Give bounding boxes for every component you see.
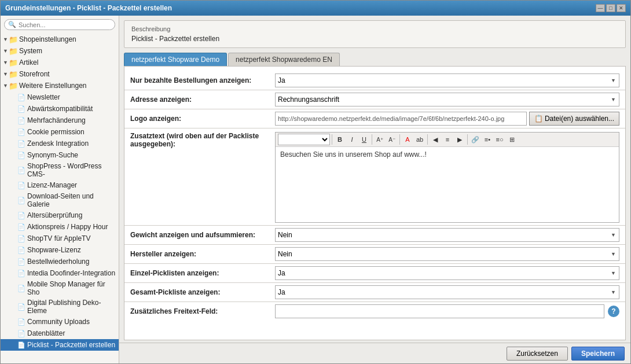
select-gesamt-pickliste[interactable]: Ja Nein xyxy=(275,285,619,299)
sidebar-item-label: Shopware-Lizenz xyxy=(27,246,81,254)
sidebar-item-shopeinstellungen[interactable]: ▼ 📁 Shopeinstellungen xyxy=(1,34,119,45)
expand-icon: ▼ xyxy=(3,83,9,89)
sidebar-item-label: Mehrfachänderung xyxy=(27,116,86,124)
sidebar-item-download-seiten[interactable]: 📄 Download-Seiten und Galerie xyxy=(1,191,119,209)
sidebar-item-artikel[interactable]: ▼ 📁 Artikel xyxy=(1,57,119,68)
reset-button[interactable]: Zurücksetzen xyxy=(507,347,568,361)
title-bar: Grundeinstellungen - Picklist - Packzett… xyxy=(1,1,630,16)
sidebar-item-shoppress[interactable]: 📄 ShopPress - WordPress CMS- xyxy=(1,161,119,179)
sidebar-item-label: Weitere Einstellungen xyxy=(19,82,87,90)
sidebar-item-label: Intedia Doofinder-Integration xyxy=(27,269,115,277)
sidebar-item-synonym[interactable]: 📄 Synonym-Suche xyxy=(1,149,119,161)
sidebar-item-system[interactable]: ▼ 📁 System xyxy=(1,45,119,57)
tab-shopware-demo[interactable]: netzperfekt Shopware Demo xyxy=(124,53,227,66)
select-nur-bezahlte[interactable]: Ja Nein xyxy=(275,73,619,87)
doc-icon: 📄 xyxy=(17,284,26,293)
sidebar-item-abwaerts[interactable]: 📄 Abwärtskompatibilität xyxy=(1,103,119,115)
sidebar-item-storefront[interactable]: ▼ 📁 Storefront xyxy=(1,68,119,80)
sidebar-item-aktionspreis[interactable]: 📄 Aktionspreis / Happy Hour xyxy=(1,221,119,233)
sidebar-item-intedia[interactable]: 📄 Intedia Doofinder-Integration xyxy=(1,267,119,279)
sidebar-item-datenblaetter[interactable]: 📄 Datenblätter xyxy=(1,328,119,339)
form-area: Nur bezahlte Bestellungen anzeigen: Ja N… xyxy=(124,66,626,340)
tab-shopware-demo-en[interactable]: netzperfekt Shopwaredemo EN xyxy=(228,53,340,66)
sidebar-item-shoptv[interactable]: 📄 ShopTV für AppleTV xyxy=(1,233,119,244)
rte-font-color-button[interactable]: A xyxy=(402,134,413,145)
rte-link-button[interactable]: 🔗 xyxy=(469,134,481,145)
file-btn-label: Datei(en) auswählen... xyxy=(545,115,614,123)
sidebar-item-newsletter[interactable]: 📄 Newsletter xyxy=(1,91,119,103)
field-gesamt-pickliste: Ja Nein xyxy=(275,285,619,299)
select-wrapper-gewicht[interactable]: Nein Ja xyxy=(275,228,619,242)
rte-font-grow-button[interactable]: A⁺ xyxy=(374,134,386,145)
search-icon: 🔍 xyxy=(8,21,16,28)
select-gewicht[interactable]: Nein Ja xyxy=(275,228,619,242)
rte-table-button[interactable]: ⊞ xyxy=(506,134,518,145)
sidebar-item-lizenz-manager[interactable]: 📄 Lizenz-Manager xyxy=(1,179,119,191)
freitext-input[interactable] xyxy=(275,304,604,318)
rte-content-area[interactable]: Besuchen Sie uns in unserem Shop auf www… xyxy=(276,147,619,222)
select-einzel-picklisten[interactable]: Ja Nein xyxy=(275,266,619,280)
sidebar-item-bestellwiederholung[interactable]: 📄 Bestellwiederholung xyxy=(1,256,119,267)
file-select-button[interactable]: 📋 Datei(en) auswählen... xyxy=(529,112,619,126)
doc-icon: 📄 xyxy=(17,257,26,266)
doc-icon: 📄 xyxy=(17,317,26,326)
sidebar-item-mobile-manager[interactable]: 📄 Mobile Shop Manager für Sho xyxy=(1,279,119,297)
expand-icon: ▼ xyxy=(3,71,9,77)
field-label-hersteller: Hersteller anzeigen: xyxy=(130,250,275,258)
sidebar-item-cookie[interactable]: 📄 Cookie permission xyxy=(1,126,119,138)
rte-font-shrink-button[interactable]: A⁻ xyxy=(386,134,398,145)
rte-underline-button[interactable]: U xyxy=(358,134,370,145)
sidebar-item-label: Abwärtskompatibilität xyxy=(27,105,93,113)
sidebar-item-label: Picklist - Packzettel erstellen xyxy=(27,341,115,349)
close-button[interactable]: ✕ xyxy=(617,4,626,12)
sidebar-item-mehrfachaenderung[interactable]: 📄 Mehrfachänderung xyxy=(1,115,119,126)
select-wrapper-hersteller[interactable]: Nein Ja xyxy=(275,247,619,261)
sidebar-item-zendesk[interactable]: 📄 Zendesk Integration xyxy=(1,138,119,149)
field-label-zusatztext: Zusatztext (wird oben auf der Packliste … xyxy=(130,132,275,148)
help-button-freitext[interactable]: ? xyxy=(608,306,619,317)
field-label-gesamt-pickliste: Gesamt-Pickliste anzeigen: xyxy=(130,288,275,296)
file-icon: 📋 xyxy=(534,115,543,123)
rte-container: B I U A⁺ A⁻ A ab ◀ ≡ xyxy=(275,132,619,223)
search-box[interactable]: 🔍 xyxy=(4,19,115,30)
sidebar-item-label: ShopPress - WordPress CMS- xyxy=(27,162,116,178)
sidebar-item-picklist[interactable]: 📄 Picklist - Packzettel erstellen xyxy=(1,339,119,351)
sidebar-item-weitere-einstellungen[interactable]: ▼ 📁 Weitere Einstellungen xyxy=(1,80,119,91)
select-adresse[interactable]: Rechnungsanschrift Lieferanschrift xyxy=(275,93,619,106)
main-window: Grundeinstellungen - Picklist - Packzett… xyxy=(0,0,631,364)
sidebar-item-label: Cookie permission xyxy=(27,128,85,136)
save-button[interactable]: Speichern xyxy=(571,347,625,361)
rte-ordered-list-button[interactable]: ≡• xyxy=(482,134,493,145)
select-wrapper-gesamt[interactable]: Ja Nein xyxy=(275,285,619,299)
rte-font-select[interactable] xyxy=(278,134,330,145)
sidebar-item-label: Storefront xyxy=(19,70,50,78)
rte-align-left-button[interactable]: ◀ xyxy=(430,134,441,145)
sidebar-item-community-uploads[interactable]: 📄 Community Uploads xyxy=(1,316,119,328)
select-hersteller[interactable]: Nein Ja xyxy=(275,247,619,261)
rte-bold-button[interactable]: B xyxy=(334,134,346,145)
rte-italic-button[interactable]: I xyxy=(346,134,358,145)
sidebar-item-shopware-lizenz[interactable]: 📄 Shopware-Lizenz xyxy=(1,244,119,256)
logo-url-input[interactable] xyxy=(275,112,527,126)
form-row-einzel-picklisten: Einzel-Picklisten anzeigen: Ja Nein xyxy=(124,264,625,282)
select-wrapper-nur-bezahlte[interactable]: Ja Nein xyxy=(275,73,619,87)
sidebar-item-label: Datenblätter xyxy=(27,329,65,337)
rte-align-right-button[interactable]: ▶ xyxy=(454,134,465,145)
search-input[interactable] xyxy=(19,21,111,28)
sidebar-item-alters[interactable]: 📄 Altersüberprüfung xyxy=(1,209,119,221)
folder-icon: 📁 xyxy=(9,58,18,67)
doc-icon: 📄 xyxy=(17,104,26,113)
sidebar-item-label: Download-Seiten und Galerie xyxy=(27,192,116,208)
select-wrapper-adresse[interactable]: Rechnungsanschrift Lieferanschrift xyxy=(275,93,619,106)
sidebar-item-digital-publishing[interactable]: 📄 Digital Publishing Deko-Eleme xyxy=(1,297,119,316)
field-freitext[interactable]: ? xyxy=(275,304,619,318)
minimize-button[interactable]: — xyxy=(596,4,605,12)
field-label-adresse: Adresse anzeigen: xyxy=(130,95,275,104)
main-content: 🔍 ▼ 📁 Shopeinstellungen ▼ 📁 System ▼ 📁 A… xyxy=(1,16,630,363)
rte-align-center-button[interactable]: ≡ xyxy=(442,134,453,145)
rte-unordered-list-button[interactable]: ≡○ xyxy=(494,134,505,145)
doc-icon: 📄 xyxy=(17,116,26,125)
select-wrapper-einzel[interactable]: Ja Nein xyxy=(275,266,619,280)
rte-highlight-button[interactable]: ab xyxy=(414,134,425,145)
maximize-button[interactable]: □ xyxy=(606,4,615,12)
